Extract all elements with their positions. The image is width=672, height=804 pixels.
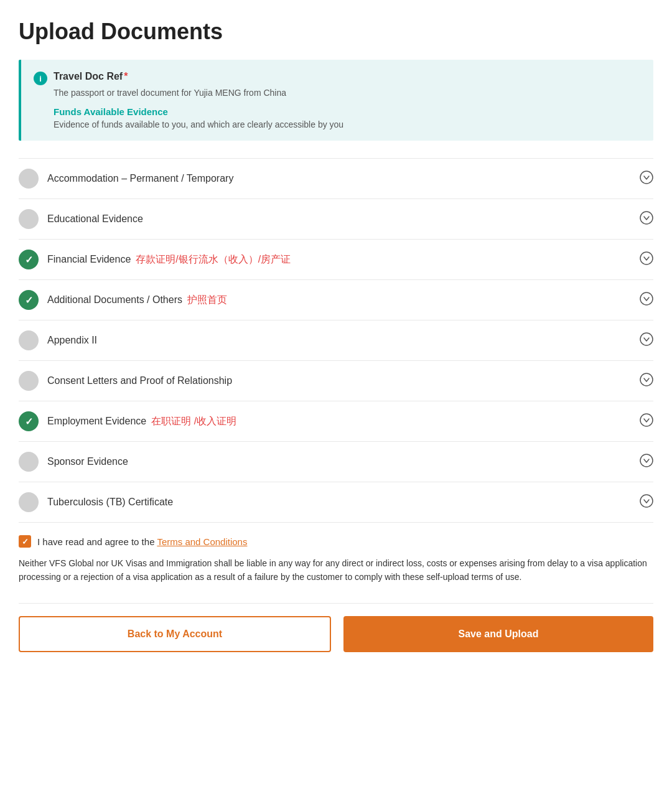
save-upload-button[interactable]: Save and Upload	[343, 616, 653, 652]
doc-status-icon	[19, 209, 39, 229]
doc-status-icon: ✓	[19, 290, 39, 310]
doc-status-icon	[19, 169, 39, 189]
doc-status-icon: ✓	[19, 411, 39, 431]
doc-item[interactable]: ✓Additional Documents / Others护照首页	[19, 280, 653, 320]
travel-doc-ref-title: Travel Doc Ref*	[54, 71, 128, 82]
document-list: Accommodation – Permanent / TemporaryEdu…	[19, 158, 653, 523]
svg-point-1	[640, 212, 653, 224]
doc-status-icon	[19, 371, 39, 391]
info-box: i Travel Doc Ref* The passport or travel…	[19, 60, 653, 141]
doc-label: Consent Letters and Proof of Relationshi…	[47, 375, 631, 386]
doc-item[interactable]: Consent Letters and Proof of Relationshi…	[19, 361, 653, 401]
chevron-down-icon[interactable]	[640, 292, 653, 309]
svg-point-3	[640, 292, 653, 305]
chevron-down-icon[interactable]	[640, 494, 653, 511]
svg-point-0	[640, 171, 653, 184]
chevron-down-icon[interactable]	[640, 413, 653, 430]
chevron-down-icon[interactable]	[640, 171, 653, 187]
doc-item[interactable]: ✓Financial Evidence存款证明/银行流水（收入）/房产证	[19, 240, 653, 280]
svg-point-2	[640, 252, 653, 264]
doc-item[interactable]: Appendix II	[19, 320, 653, 361]
terms-disclaimer: Neither VFS Global nor UK Visas and Immi…	[19, 556, 653, 584]
required-star: *	[124, 71, 128, 82]
checkmark-icon: ✓	[25, 254, 33, 266]
checkmark-icon: ✓	[25, 416, 33, 428]
checkmark-icon: ✓	[25, 294, 33, 306]
doc-item[interactable]: Tuberculosis (TB) Certificate	[19, 482, 653, 523]
svg-point-5	[640, 373, 653, 386]
chevron-down-icon[interactable]	[640, 332, 653, 349]
doc-label: Additional Documents / Others护照首页	[47, 294, 631, 307]
terms-link[interactable]: Terms and Conditions	[157, 536, 247, 547]
doc-label: Financial Evidence存款证明/银行流水（收入）/房产证	[47, 253, 631, 266]
doc-status-icon	[19, 452, 39, 472]
svg-point-7	[640, 454, 653, 467]
page-title: Upload Documents	[19, 19, 653, 45]
doc-label: Employment Evidence在职证明 /收入证明	[47, 415, 631, 428]
back-button[interactable]: Back to My Account	[19, 616, 331, 652]
info-icon: i	[34, 72, 47, 85]
checkbox-checkmark: ✓	[22, 537, 29, 546]
funds-evidence-title: Funds Available Evidence	[54, 106, 641, 117]
svg-point-4	[640, 333, 653, 345]
terms-section: ✓ I have read and agree to the Terms and…	[19, 535, 653, 584]
doc-status-icon	[19, 492, 39, 512]
terms-label: I have read and agree to the Terms and C…	[37, 536, 247, 547]
doc-label: Educational Evidence	[47, 213, 631, 225]
funds-evidence-desc: Evidence of funds available to you, and …	[54, 119, 641, 129]
doc-annotation: 护照首页	[187, 294, 227, 305]
doc-item[interactable]: Sponsor Evidence	[19, 442, 653, 482]
travel-doc-ref-desc: The passport or travel document for Yuji…	[54, 88, 641, 98]
doc-item[interactable]: Accommodation – Permanent / Temporary	[19, 158, 653, 199]
footer-buttons: Back to My Account Save and Upload	[19, 603, 653, 652]
chevron-down-icon[interactable]	[640, 454, 653, 470]
doc-status-icon	[19, 330, 39, 350]
doc-item[interactable]: ✓Employment Evidence在职证明 /收入证明	[19, 401, 653, 442]
doc-label: Tuberculosis (TB) Certificate	[47, 497, 631, 508]
doc-item[interactable]: Educational Evidence	[19, 199, 653, 240]
doc-label: Accommodation – Permanent / Temporary	[47, 173, 631, 184]
doc-annotation: 在职证明 /收入证明	[151, 416, 236, 426]
doc-status-icon: ✓	[19, 250, 39, 269]
doc-label: Sponsor Evidence	[47, 456, 631, 467]
svg-point-8	[640, 495, 653, 507]
terms-checkbox[interactable]: ✓	[19, 535, 31, 548]
chevron-down-icon[interactable]	[640, 251, 653, 268]
svg-point-6	[640, 414, 653, 426]
doc-label: Appendix II	[47, 335, 631, 346]
chevron-down-icon[interactable]	[640, 373, 653, 390]
chevron-down-icon[interactable]	[640, 211, 653, 228]
doc-annotation: 存款证明/银行流水（收入）/房产证	[136, 254, 291, 264]
